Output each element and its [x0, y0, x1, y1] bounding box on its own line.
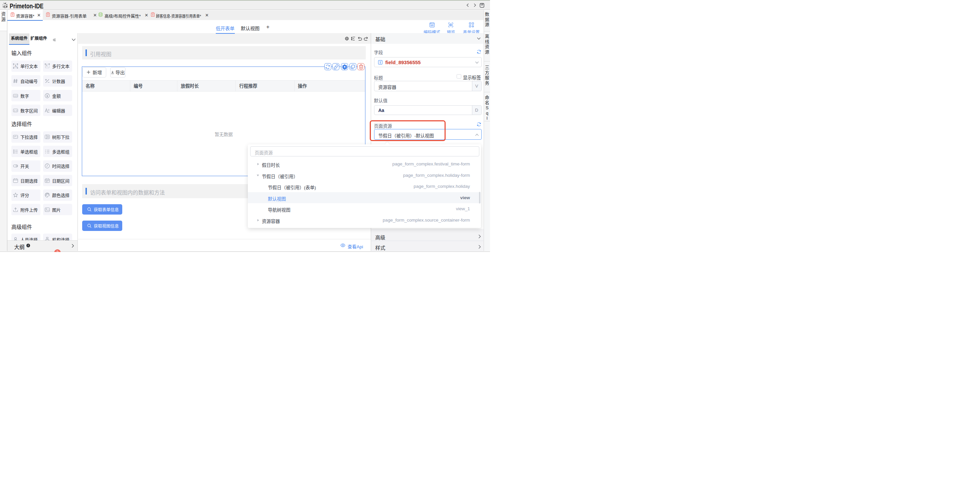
svg-text:T: T [379, 61, 381, 64]
svg-text:A: A [46, 64, 48, 67]
svg-text:123: 123 [14, 94, 18, 97]
svg-text:1~3: 1~3 [14, 109, 18, 111]
svg-text:A: A [14, 64, 17, 68]
